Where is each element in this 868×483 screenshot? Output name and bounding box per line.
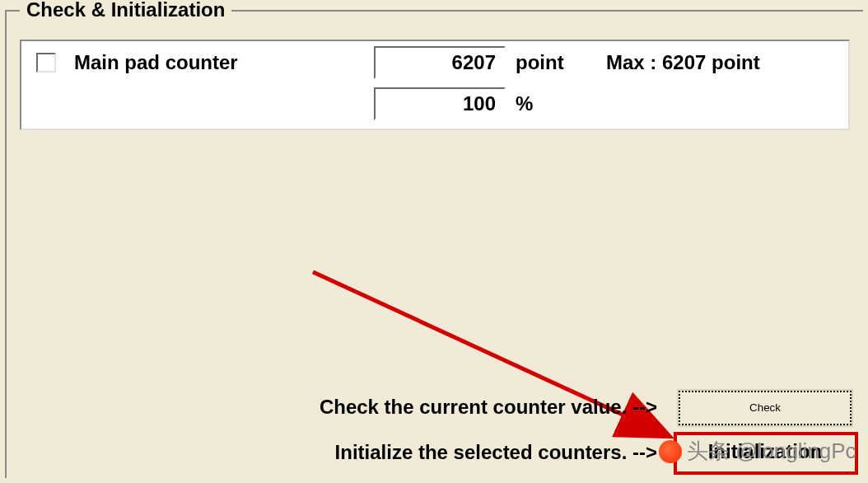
points-unit: point xyxy=(516,51,564,74)
counter-row: Main pad counter 6207 point 100 % Max : … xyxy=(20,40,850,130)
points-value: 6207 xyxy=(374,46,506,79)
instruction-check: Check the current counter value. --> xyxy=(254,396,657,419)
watermark: 头条 @longlingPc xyxy=(659,437,856,466)
counter-label: Main pad counter xyxy=(74,51,238,74)
group-title: Check & Initialization xyxy=(20,0,231,21)
instruction-initialize: Initialize the selected counters. --> xyxy=(303,441,657,464)
percent-value: 100 xyxy=(374,87,506,120)
percent-unit: % xyxy=(516,92,533,115)
max-label: Max : 6207 point xyxy=(606,51,760,74)
watermark-text: 头条 @longlingPc xyxy=(687,437,856,466)
main-pad-checkbox[interactable] xyxy=(36,53,56,73)
watermark-icon xyxy=(659,440,682,463)
check-button[interactable]: Check xyxy=(679,391,852,425)
